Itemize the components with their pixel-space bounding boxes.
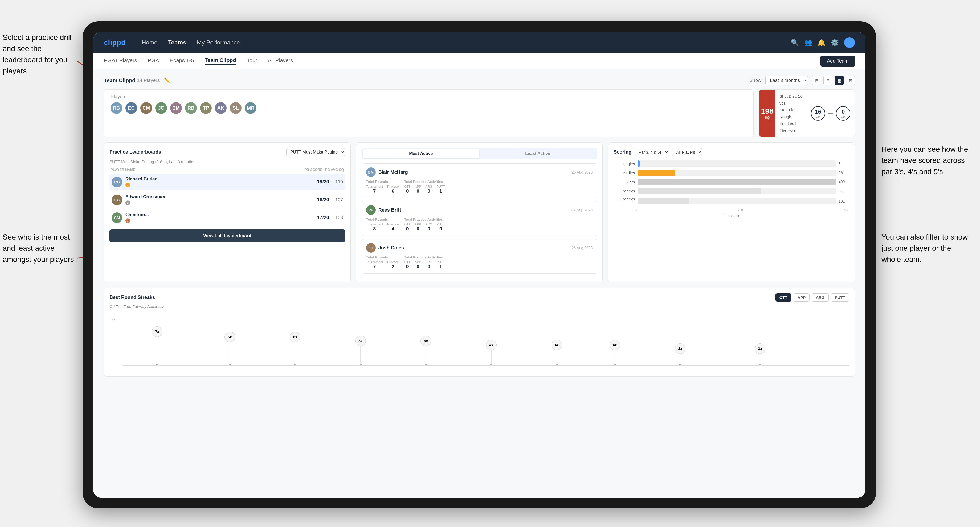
search-icon[interactable]: 🔍 — [791, 39, 799, 46]
activity-player-1[interactable]: BM Blair McHarg 26 Aug 2023 Total Rounds… — [362, 163, 597, 198]
stat-rounds-label-3: Total Rounds — [366, 255, 399, 259]
player-avatar-1[interactable]: RB — [110, 102, 122, 114]
people-icon[interactable]: 👥 — [804, 39, 812, 46]
streak-filter-arg[interactable]: ARG — [812, 293, 829, 302]
player-avatar-4[interactable]: JC — [155, 102, 167, 114]
shot-badge: 198 SQ — [759, 90, 775, 137]
subnav-hcaps[interactable]: Hcaps 1-5 — [170, 57, 194, 65]
card-view-icon[interactable]: ▦ — [835, 76, 844, 85]
player-avatar-10[interactable]: MR — [245, 102, 256, 114]
stats-row-3: Total Rounds Tournament 7 Practice 2 — [366, 255, 593, 270]
player-avatar-3[interactable]: CM — [140, 102, 152, 114]
main-content: Team Clippd 14 Players ✏️ Show: Last 3 m… — [93, 69, 865, 498]
subnav-pga[interactable]: PGA — [148, 57, 159, 65]
pin-line-4 — [360, 346, 361, 364]
nav-icons: 🔍 👥 🔔 ⚙️ — [791, 37, 855, 48]
pin-label-2: 6x — [224, 332, 235, 342]
activity-player-2[interactable]: RB Rees Britt 02 Sep 2023 Total Rounds T… — [362, 201, 597, 236]
streak-filter-ott[interactable]: OTT — [775, 293, 791, 302]
pac-name-1: Blair McHarg — [379, 170, 408, 175]
leaderboard-header: Practice Leaderboards PUTT Must Make Put… — [110, 148, 345, 156]
subnav-pgat[interactable]: PGAT Players — [104, 57, 137, 65]
lb-player-info-2: Edward Crossman 2 — [126, 194, 313, 205]
lb-rank-1: 🏅 — [126, 183, 313, 187]
bar-label-birdies: Birdies — [616, 171, 635, 175]
player-avatar-9[interactable]: SL — [230, 102, 242, 114]
player-avatar-5[interactable]: BM — [170, 102, 182, 114]
pac-avatar-2: RB — [366, 205, 376, 215]
stat-putt-1: PUTT 1 — [436, 185, 445, 194]
activity-tab-row: Most Active Least Active — [362, 148, 597, 159]
settings-icon[interactable]: ⚙️ — [831, 39, 839, 46]
streak-filter-putt[interactable]: PUTT — [831, 293, 849, 302]
pin-line-8 — [615, 350, 615, 364]
add-team-button[interactable]: Add Team — [821, 56, 855, 67]
stat-ott-1: OTT 0 — [404, 185, 410, 194]
shot-card: 198 SQ Shot Dist: 16 yds Start Lie: Roug… — [759, 89, 855, 137]
player-avatar-7[interactable]: TP — [200, 102, 212, 114]
bar-fill-pars — [638, 179, 836, 185]
stat-rounds-values-1: Tournament 7 Practice 6 — [366, 185, 399, 194]
par-filter[interactable]: Par 3, 4 & 5s — [635, 148, 669, 156]
stat-practice-1: Practice 6 — [387, 185, 399, 194]
period-select[interactable]: Last 3 months — [765, 76, 808, 85]
user-avatar[interactable] — [844, 37, 855, 48]
nav-items: Home Teams My Performance — [142, 39, 791, 46]
player-avatar-6[interactable]: RB — [185, 102, 197, 114]
subnav-tour[interactable]: Tour — [247, 57, 257, 65]
streak-filter-app[interactable]: APP — [794, 293, 810, 302]
view-leaderboard-button[interactable]: View Full Leaderboard — [110, 229, 345, 242]
lb-score-3: 17/20 — [316, 215, 329, 221]
stat-activities-3: Total Practice Activities OTT 0 APP 0 — [404, 255, 445, 270]
lb-name-1: Richard Butler — [126, 176, 313, 182]
player-avatar-2[interactable]: EC — [126, 102, 137, 114]
stat-tournament-1: Tournament 7 — [366, 185, 383, 194]
lb-player-info-1: Richard Butler 🏅 — [126, 176, 313, 187]
streak-pin-5: 5x — [420, 336, 431, 366]
list-view-icon[interactable]: ≡ — [823, 76, 832, 85]
players-card: Players RB EC CM JC BM RB TP AK SL MR — [104, 89, 754, 137]
pac-avatar-3: JC — [366, 243, 376, 252]
nav-home[interactable]: Home — [142, 39, 158, 46]
activity-card: Most Active Least Active BM Blair McHarg… — [356, 142, 603, 283]
lb-row-2[interactable]: EC Edward Crossman 2 18/20 107 — [110, 192, 345, 208]
bar-row-birdies: Birdies 96 — [616, 170, 846, 176]
activity-player-3[interactable]: JC Josh Coles 26 Aug 2023 Total Rounds T… — [362, 239, 597, 274]
lb-player-info-3: Cameron... 3 — [126, 212, 313, 223]
lb-avg-1: 110 — [332, 179, 343, 185]
table-view-icon[interactable]: ⊟ — [846, 76, 855, 85]
lb-rank-2: 2 — [126, 200, 313, 205]
pin-line-5 — [426, 346, 426, 364]
subnav-all-players[interactable]: All Players — [268, 57, 293, 65]
bar-fill-dbogeys — [638, 198, 689, 205]
shot-start: Start Lie: Rough — [780, 106, 802, 120]
streaks-title: Best Round Streaks — [110, 295, 155, 300]
nav-teams[interactable]: Teams — [168, 39, 186, 46]
bar-row-pars: Pars 499 — [616, 179, 846, 185]
lb-rank-3: 3 — [126, 218, 313, 223]
chart-axis-title: Total Shots — [614, 214, 849, 218]
lb-avg-2: 107 — [332, 197, 343, 203]
player-avatar-8[interactable]: AK — [215, 102, 227, 114]
drill-select[interactable]: PUTT Must Make Putting — [286, 148, 345, 156]
lb-row-3[interactable]: CM Cameron... 3 17/20 103 — [110, 210, 345, 226]
tablet-frame: clippd Home Teams My Performance 🔍 👥 🔔 ⚙… — [83, 21, 876, 508]
subnav-team-clippd[interactable]: Team Clippd — [205, 57, 236, 65]
nav-performance[interactable]: My Performance — [197, 39, 240, 46]
chart-axis: 0 200 400 — [614, 208, 849, 212]
pin-label-8: 4x — [609, 340, 620, 350]
lb-row-1[interactable]: RB Richard Butler 🏅 19/20 110 — [110, 174, 345, 190]
bar-value-eagles: 3 — [838, 162, 846, 166]
streak-pin-10: 3x — [755, 343, 765, 366]
most-active-tab[interactable]: Most Active — [363, 149, 479, 158]
least-active-tab[interactable]: Least Active — [479, 149, 596, 158]
bar-track-birdies — [638, 170, 836, 176]
pin-line-10 — [760, 354, 760, 364]
stat-activities-values-2: OTT 0 APP 0 ARG 0 — [404, 222, 445, 232]
player-filter[interactable]: All Players — [672, 148, 702, 156]
shot-dash: — — [828, 110, 833, 116]
edit-icon[interactable]: ✏️ — [164, 78, 170, 83]
stat-activities-values-1: OTT 0 APP 0 ARG 0 — [404, 185, 445, 194]
bell-icon[interactable]: 🔔 — [818, 39, 826, 46]
grid-view-icon[interactable]: ⊞ — [812, 76, 821, 85]
